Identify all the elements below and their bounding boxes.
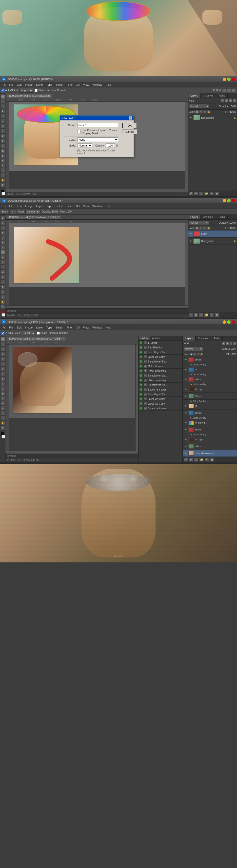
tool-select-2[interactable]: ▭ — [0, 221, 5, 225]
lock-transparent[interactable]: ▣ — [195, 110, 199, 114]
layer-effects-4[interactable]: 👁 Effects — [183, 409, 237, 416]
tool-lasso-3[interactable]: ⌓ — [0, 347, 5, 351]
layer-eye-brush[interactable]: 👁 — [189, 232, 192, 236]
layer-basic-photo[interactable]: 👁 Basic Photo copy 3 — [183, 450, 237, 457]
menu-window-2[interactable]: Window — [91, 204, 103, 208]
scrollbar-v-1[interactable] — [185, 102, 188, 189]
maximize-button[interactable] — [227, 78, 231, 81]
menu-view-2[interactable]: View — [82, 204, 90, 208]
eye-1c[interactable]: 👁 — [184, 438, 187, 441]
filter-sh-3[interactable]: ⬡ — [233, 342, 236, 345]
menu-view[interactable]: View — [82, 83, 90, 87]
tool-wand-3[interactable]: ✦ — [0, 352, 5, 356]
tool-history[interactable]: ⊘ — [0, 138, 5, 143]
filter-px-3[interactable]: ▪ — [222, 342, 225, 345]
blend-mode-3[interactable]: Normal — [184, 347, 204, 351]
auto-select-dropdown-3[interactable]: Layer — [22, 331, 35, 335]
new-group[interactable]: 📁 — [204, 192, 209, 195]
tab-channels-1[interactable]: Channels — [201, 93, 216, 98]
tool-clone[interactable]: ⊕ — [0, 134, 5, 138]
menu-edit-2[interactable]: Edit — [16, 204, 23, 208]
tool-lasso-2[interactable]: ⌓ — [0, 225, 5, 230]
tool-text-2[interactable]: T — [0, 285, 5, 289]
menu-type[interactable]: Type — [45, 83, 54, 87]
tool-gradient[interactable]: ▦ — [0, 149, 5, 153]
clipping-mask-checkbox[interactable] — [77, 130, 80, 133]
transform-checkbox[interactable] — [34, 89, 37, 92]
delete-layer-3[interactable]: 🗑 — [210, 458, 214, 462]
eye-e2[interactable]: 👁 — [184, 378, 187, 381]
bg-color-2[interactable] — [1, 313, 5, 317]
maximize-button-2[interactable] — [227, 199, 231, 203]
menu-select-2[interactable]: Select — [54, 204, 65, 208]
transform-checkbox-3[interactable] — [37, 332, 40, 335]
menu-help[interactable]: Help — [104, 83, 112, 87]
add-mask-2[interactable]: ◻ — [199, 313, 204, 317]
history-item-13[interactable]: ✓ ⊕ Layer Via Copy — [138, 397, 182, 401]
bg-color[interactable] — [1, 192, 5, 195]
tool-hand-3[interactable]: ✋ — [0, 421, 5, 425]
menu-window-3[interactable]: Window — [91, 326, 103, 330]
tool-spot[interactable]: ◎ — [0, 124, 5, 128]
lock-i-2[interactable]: ✏ — [199, 226, 203, 230]
menu-file-3[interactable]: File — [8, 326, 15, 330]
3d-btn-3[interactable]: ⟳ — [232, 88, 236, 92]
layer-blurred[interactable]: 👁 ## blurred ... — [183, 420, 237, 426]
eye-e1[interactable]: 👁 — [184, 358, 187, 362]
add-mask[interactable]: ◻ — [199, 192, 204, 195]
menu-select[interactable]: Select — [54, 83, 65, 87]
scrollbar-h-1[interactable] — [5, 189, 188, 192]
history-item-15[interactable]: ✓ ⊡ Set current layer — [138, 406, 182, 411]
tool-pen-2[interactable]: ✒ — [0, 280, 5, 284]
auto-select-checkbox-3[interactable] — [1, 332, 4, 335]
tool-dodge-2[interactable]: ◑ — [0, 275, 5, 279]
menu-layer-3[interactable]: Layer — [34, 326, 45, 330]
lock-i-3[interactable]: ✏ — [193, 352, 196, 355]
new-layer-3[interactable]: + — [204, 458, 209, 462]
delete-layer[interactable]: 🗑 — [214, 192, 219, 195]
history-item-2[interactable]: ✓ ⊡ Set Selection — [138, 345, 182, 350]
eye-e4[interactable]: 👁 — [184, 411, 187, 415]
menu-help-3[interactable]: Help — [104, 326, 112, 330]
history-item-5[interactable]: ✓ ◻ Select layer 'Bla...' — [138, 359, 182, 364]
tool-hand-2[interactable]: ✋ — [0, 300, 5, 304]
tool-move[interactable]: ✛ — [0, 94, 5, 99]
tool-wand-2[interactable]: ✦ — [0, 230, 5, 235]
menu-file[interactable]: File — [8, 83, 15, 87]
tool-lasso[interactable]: ⌓ — [0, 104, 5, 108]
add-mask-3[interactable]: ◻ — [194, 458, 199, 462]
tool-dodge-3[interactable]: ◑ — [0, 396, 5, 401]
tool-zoom-2[interactable]: 🔍 — [0, 304, 5, 309]
minimize-button-3[interactable] — [223, 320, 226, 324]
tab-paths-2[interactable]: Paths — [216, 215, 228, 219]
menu-layer-2[interactable]: Layer — [34, 204, 45, 208]
layer-eye-bg[interactable]: 👁 — [189, 116, 192, 119]
brush-mode-select[interactable]: Normal — [25, 210, 41, 214]
delete-layer-2[interactable]: 🗑 — [214, 313, 219, 317]
tool-move-3[interactable]: ✛ — [0, 337, 5, 342]
tool-eyedrop[interactable]: ✒ — [0, 119, 5, 123]
tool-select[interactable]: ▭ — [0, 99, 5, 104]
filter-type[interactable]: T — [229, 99, 232, 102]
tool-crop-3[interactable]: ⊡ — [0, 357, 5, 361]
lock-p-3[interactable]: ✛ — [197, 352, 200, 355]
layer-background-1[interactable]: 👁 Background 🔒 — [188, 114, 237, 121]
close-button-3[interactable] — [232, 320, 235, 324]
scrollbar-h-2[interactable] — [5, 305, 188, 308]
brush-preview[interactable]: ● — [9, 210, 16, 214]
layer-background-2[interactable]: 👁 Background 🔒 — [188, 238, 237, 245]
layer-eye-bg2[interactable]: 👁 — [189, 239, 192, 243]
tab-channels-3[interactable]: Channels — [195, 336, 211, 341]
tool-eraser[interactable]: ◻ — [0, 144, 5, 148]
history-item-12[interactable]: ✓ ◻ Select layer 'Bla...' — [138, 392, 182, 397]
tab-layers-1[interactable]: Layers — [188, 93, 201, 98]
menu-file-2[interactable]: File — [8, 204, 15, 208]
new-layer[interactable]: + — [209, 192, 214, 195]
eye-bp[interactable]: 👁 — [184, 452, 187, 455]
tool-brush-2[interactable]: ✏ — [0, 250, 5, 255]
lock-all[interactable]: 🔒 — [207, 110, 211, 114]
history-item-6[interactable]: ✓ ▦ Make fill layer — [138, 364, 182, 369]
menu-image[interactable]: Image — [24, 83, 34, 87]
layer-effects-3[interactable]: 👁 Effects — [183, 393, 237, 400]
history-item-4[interactable]: ✓ ⊕ Layer Via Copy — [138, 354, 182, 359]
